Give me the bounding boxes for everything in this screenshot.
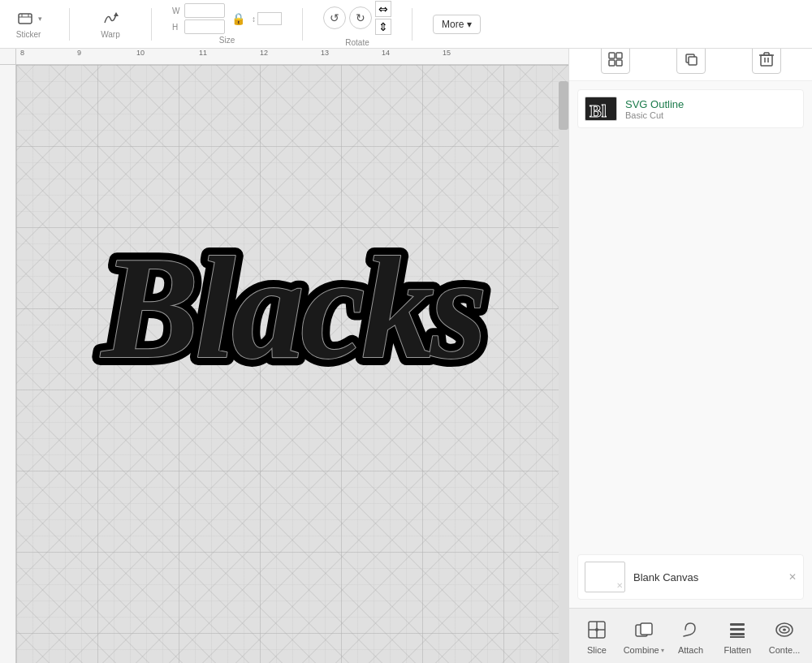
warp-tool[interactable]: Warp xyxy=(90,9,131,39)
artwork-svg: Blacks Blacks Blacks xyxy=(57,162,528,414)
flatten-icon xyxy=(724,617,750,643)
svg-rect-14 xyxy=(761,55,772,66)
ruler-mark-8: 8 xyxy=(20,49,24,57)
canvas[interactable]: Blacks Blacks Blacks xyxy=(16,65,568,663)
rotate-degree-input[interactable] xyxy=(257,12,282,25)
sticker-tool[interactable]: ▾ Sticker xyxy=(8,9,49,39)
svg-text:Bl: Bl xyxy=(590,101,607,121)
ruler-mark-14: 14 xyxy=(382,49,390,57)
contour-tool[interactable]: Conte... xyxy=(764,617,805,655)
layer-info: SVG Outline Basic Cut xyxy=(625,98,797,120)
vertical-ruler xyxy=(0,65,16,663)
flip-v-btn[interactable]: ⇕ xyxy=(375,19,391,35)
rotate-section: ↺ ↻ ⇔ ⇕ Rotate xyxy=(323,1,391,47)
ruler-mark-11: 11 xyxy=(199,49,207,57)
ruler-mark-10: 10 xyxy=(136,49,145,57)
size-section: W H 🔒 ↕ Size xyxy=(172,3,282,45)
svg-rect-0 xyxy=(19,14,32,24)
contour-label: Conte... xyxy=(769,645,801,655)
panel-action-btn-3[interactable] xyxy=(752,45,781,74)
more-label: More xyxy=(442,19,464,30)
group-icon xyxy=(607,51,624,67)
ruler-mark-13: 13 xyxy=(321,49,329,57)
svg-rect-28 xyxy=(730,623,745,626)
right-panel: Layers Color Sync ✕ xyxy=(568,0,812,663)
slice-tool[interactable]: Slice xyxy=(577,617,617,655)
panel-action-btn-1[interactable] xyxy=(601,45,630,74)
combine-tool[interactable]: Combine ▾ xyxy=(624,617,664,655)
blank-canvas-close-icon[interactable]: ✕ xyxy=(788,571,797,583)
size-label: Size xyxy=(219,36,235,45)
slice-label: Slice xyxy=(587,645,607,655)
layer-thumbnail: Bl xyxy=(585,97,617,121)
height-label: H xyxy=(172,23,182,32)
toolbar: ▾ Sticker Warp W H xyxy=(0,0,812,49)
blank-canvas-thumbnail xyxy=(585,562,625,592)
panel-spacer xyxy=(569,326,812,555)
svg-rect-10 xyxy=(609,60,615,66)
flatten-label: Flatten xyxy=(723,645,751,655)
svg-rect-13 xyxy=(689,57,697,65)
layer-item[interactable]: Bl SVG Outline Basic Cut xyxy=(577,89,804,128)
height-input[interactable] xyxy=(184,19,225,34)
svg-rect-27 xyxy=(641,623,652,635)
ruler-mark-15: 15 xyxy=(443,49,451,57)
slice-icon xyxy=(584,617,610,643)
attach-label: Attach xyxy=(678,645,703,655)
delete-icon xyxy=(758,51,775,67)
flatten-tool[interactable]: Flatten xyxy=(717,617,758,655)
rotate-cw-icon[interactable]: ↻ xyxy=(349,6,372,29)
horizontal-ruler: 8 9 10 11 12 13 14 15 xyxy=(16,49,568,65)
combine-icon xyxy=(631,617,657,643)
svg-rect-30 xyxy=(730,633,745,635)
sticker-icon xyxy=(15,9,35,28)
ruler-mark-12: 12 xyxy=(260,49,268,57)
bottom-toolbar: Slice Combine ▾ Attach xyxy=(569,608,812,663)
width-input[interactable] xyxy=(184,3,225,18)
rotate-label: Rotate xyxy=(345,38,369,47)
warp-label: Warp xyxy=(101,30,120,39)
svg-rect-8 xyxy=(609,53,615,58)
flip-h-btn[interactable]: ⇔ xyxy=(375,1,391,17)
rotate-ccw-icon[interactable]: ↺ xyxy=(323,6,346,29)
warp-icon xyxy=(101,9,120,28)
panel-action-btn-2[interactable] xyxy=(676,45,706,74)
svg-rect-11 xyxy=(616,60,622,66)
layer-type: Basic Cut xyxy=(625,110,797,120)
canvas-area[interactable]: 8 9 10 11 12 13 14 15 Blacks Blacks Blac… xyxy=(0,49,568,663)
scrollbar-thumb[interactable] xyxy=(559,81,568,130)
artwork-container[interactable]: Blacks Blacks Blacks xyxy=(57,162,528,414)
ruler-mark-9: 9 xyxy=(77,49,81,57)
svg-point-34 xyxy=(783,629,786,631)
attach-tool[interactable]: Attach xyxy=(670,617,710,655)
more-button[interactable]: More ▾ xyxy=(433,15,481,34)
combine-label: Combine xyxy=(624,645,659,655)
svg-rect-29 xyxy=(730,628,745,631)
layers-list: Bl SVG Outline Basic Cut xyxy=(569,81,812,326)
sticker-label: Sticker xyxy=(16,30,41,39)
lock-icon[interactable]: 🔒 xyxy=(230,11,247,27)
layer-name: SVG Outline xyxy=(625,98,797,110)
svg-text:Blacks: Blacks xyxy=(100,227,483,389)
svg-marker-4 xyxy=(114,12,119,16)
attach-icon xyxy=(677,617,703,643)
blank-canvas-item[interactable]: Blank Canvas ✕ xyxy=(577,554,804,600)
vertical-scrollbar[interactable] xyxy=(559,81,568,663)
blank-canvas-label: Blank Canvas xyxy=(633,571,698,583)
duplicate-icon xyxy=(683,51,699,67)
width-label: W xyxy=(172,6,182,15)
svg-rect-9 xyxy=(616,53,622,58)
combine-arrow-icon: ▾ xyxy=(661,647,664,654)
svg-point-25 xyxy=(595,628,598,631)
more-arrow-icon: ▾ xyxy=(467,19,472,30)
contour-icon xyxy=(771,617,797,643)
ruler-corner xyxy=(0,49,16,65)
